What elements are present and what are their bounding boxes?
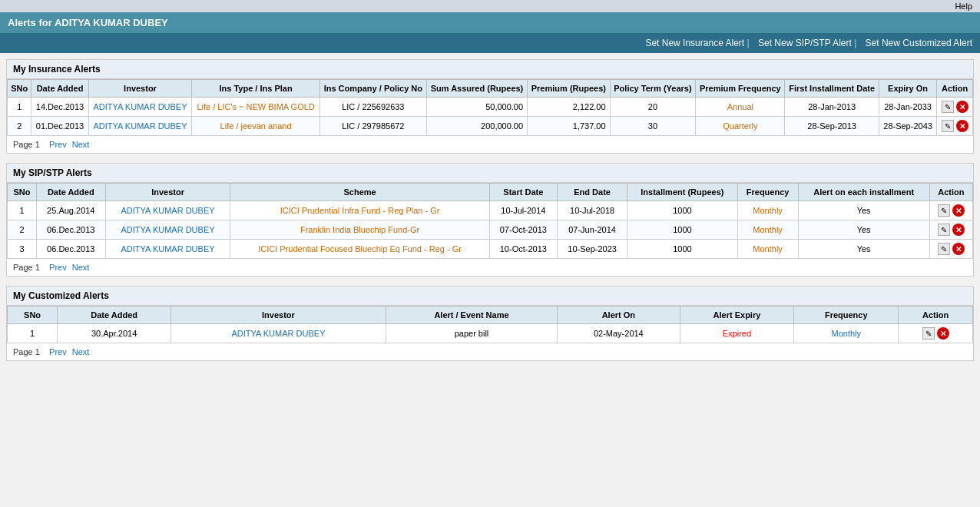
edit-icon[interactable]: ✎	[938, 243, 950, 255]
cust-alert-on: 02-May-2014	[558, 324, 680, 343]
sip-col-date: Date Added	[36, 184, 105, 201]
sip-end-date: 07-Jun-2014	[557, 220, 627, 240]
sip-investor: ADITYA KUMAR DUBEY	[105, 220, 230, 240]
sip-sno: 2	[8, 220, 37, 240]
sip-alert-each: Yes	[798, 240, 929, 259]
insurance-prev-link[interactable]: Prev	[49, 140, 67, 149]
col-ins-company: Ins Company / Policy No	[319, 80, 426, 98]
col-investor: Investor	[88, 80, 192, 98]
sip-action: ✎ ✕	[929, 240, 972, 259]
sip-scheme: ICICI Prudential Focused Bluechip Eq Fun…	[230, 240, 489, 259]
col-first-installment: First Installment Date	[785, 80, 879, 98]
cust-col-expiry: Alert Expiry	[680, 307, 794, 324]
col-sno: SNo	[8, 80, 31, 98]
cust-col-investor: Investor	[171, 307, 386, 324]
sip-frequency: Monthly	[737, 220, 798, 240]
sip-prev-link[interactable]: Prev	[49, 263, 67, 272]
col-premium-frequency: Premium Frequency	[696, 80, 785, 98]
cust-col-sno: SNo	[8, 307, 58, 324]
delete-icon[interactable]: ✕	[952, 204, 965, 217]
set-insurance-alert-link[interactable]: Set New Insurance Alert	[645, 38, 744, 48]
insurance-page-num: Page 1	[13, 140, 40, 149]
sip-col-investor: Investor	[105, 184, 230, 201]
cust-date: 30.Apr.2014	[58, 324, 171, 343]
cust-investor: ADITYA KUMAR DUBEY	[171, 324, 386, 343]
sip-col-action: Action	[929, 184, 972, 201]
separator2: |	[854, 38, 856, 48]
sip-col-alert-each: Alert on each installment	[798, 184, 929, 201]
ins-expiry-on: 28-Sep-2043	[879, 117, 937, 136]
cust-frequency: Monthly	[794, 324, 899, 343]
sip-col-scheme: Scheme	[230, 184, 489, 201]
ins-type: Life / jeevan anand	[192, 117, 319, 136]
sip-col-frequency: Frequency	[737, 184, 798, 201]
page-title: Alerts for ADITYA KUMAR DUBEY	[0, 12, 980, 33]
delete-icon[interactable]: ✕	[952, 243, 965, 255]
set-sip-stp-alert-link[interactable]: Set New SIP/STP Alert	[758, 38, 852, 48]
sip-start-date: 07-Oct-2013	[489, 220, 557, 240]
col-sum-assured: Sum Assured (Rupees)	[426, 80, 527, 98]
ins-action: ✎ ✕	[937, 117, 973, 136]
sip-start-date: 10-Jul-2014	[489, 201, 557, 220]
col-policy-term: Policy Term (Years)	[610, 80, 696, 98]
action-bar: Set New Insurance Alert | Set New SIP/ST…	[0, 33, 980, 53]
sip-end-date: 10-Sep-2023	[557, 240, 627, 259]
col-action: Action	[937, 80, 973, 98]
delete-icon[interactable]: ✕	[952, 224, 965, 236]
ins-sno: 2	[8, 117, 31, 136]
ins-company: LIC / 225692633	[319, 98, 426, 117]
insurance-table-row: 1 14.Dec.2013 ADITYA KUMAR DUBEY Life / …	[8, 98, 973, 117]
customized-page-num: Page 1	[13, 347, 40, 356]
ins-investor: ADITYA KUMAR DUBEY	[88, 98, 192, 117]
cust-col-action: Action	[899, 307, 973, 324]
sip-col-start: Start Date	[489, 184, 557, 201]
insurance-next-link[interactable]: Next	[72, 140, 90, 149]
customized-next-link[interactable]: Next	[72, 347, 90, 356]
cust-event-name: paper bill	[386, 324, 557, 343]
ins-first-installment: 28-Jan-2013	[785, 98, 879, 117]
sip-table-row: 3 06.Dec.2013 ADITYA KUMAR DUBEY ICICI P…	[8, 240, 973, 259]
ins-policy-term: 30	[610, 117, 696, 136]
edit-icon[interactable]: ✎	[942, 120, 954, 132]
cust-expiry: Expired	[680, 324, 794, 343]
sip-alerts-table: SNo Date Added Investor Scheme Start Dat…	[7, 183, 973, 259]
ins-frequency: Quarterly	[696, 117, 785, 136]
customized-alerts-section: My Customized Alerts SNo Date Added Inve…	[6, 286, 974, 361]
edit-icon[interactable]: ✎	[938, 204, 950, 217]
ins-expiry-on: 28-Jan-2033	[879, 98, 937, 117]
sip-next-link[interactable]: Next	[72, 263, 90, 272]
customized-table-header-row: SNo Date Added Investor Alert / Event Na…	[8, 307, 973, 324]
delete-icon[interactable]: ✕	[956, 101, 968, 113]
main-content: My Insurance Alerts SNo Date Added Inves…	[0, 53, 980, 376]
delete-icon[interactable]: ✕	[956, 120, 968, 132]
sip-date: 06.Dec.2013	[36, 220, 105, 240]
customized-prev-link[interactable]: Prev	[49, 347, 67, 356]
help-bar: Help	[0, 0, 980, 12]
ins-policy-term: 20	[610, 98, 696, 117]
ins-premium: 1,737.00	[528, 117, 611, 136]
help-link[interactable]: Help	[955, 2, 972, 11]
edit-icon[interactable]: ✎	[942, 101, 954, 113]
delete-icon[interactable]: ✕	[937, 327, 949, 340]
set-customized-alert-link[interactable]: Set New Customized Alert	[866, 38, 972, 48]
ins-company: LIC / 297985672	[319, 117, 426, 136]
sip-end-date: 10-Jul-2018	[557, 201, 627, 220]
cust-col-event: Alert / Event Name	[386, 307, 557, 324]
sip-frequency: Monthly	[737, 240, 798, 259]
insurance-pagination: Page 1 Prev Next	[7, 136, 973, 153]
sip-installment: 1000	[627, 201, 737, 220]
ins-investor: ADITYA KUMAR DUBEY	[88, 117, 192, 136]
cust-col-alert-on: Alert On	[558, 307, 680, 324]
col-date-added: Date Added	[31, 80, 88, 98]
sip-action: ✎ ✕	[929, 201, 972, 220]
sip-action: ✎ ✕	[929, 220, 972, 240]
customized-pagination: Page 1 Prev Next	[7, 343, 973, 360]
customized-section-header: My Customized Alerts	[7, 287, 973, 306]
col-ins-type: Ins Type / Ins Plan	[192, 80, 319, 98]
insurance-alerts-section: My Insurance Alerts SNo Date Added Inves…	[6, 59, 974, 154]
edit-icon[interactable]: ✎	[938, 224, 950, 236]
edit-icon[interactable]: ✎	[922, 327, 935, 340]
sip-scheme: Franklin India Bluechip Fund-Gr	[230, 220, 489, 240]
sip-start-date: 10-Oct-2013	[489, 240, 557, 259]
col-premium: Premium (Rupees)	[528, 80, 611, 98]
